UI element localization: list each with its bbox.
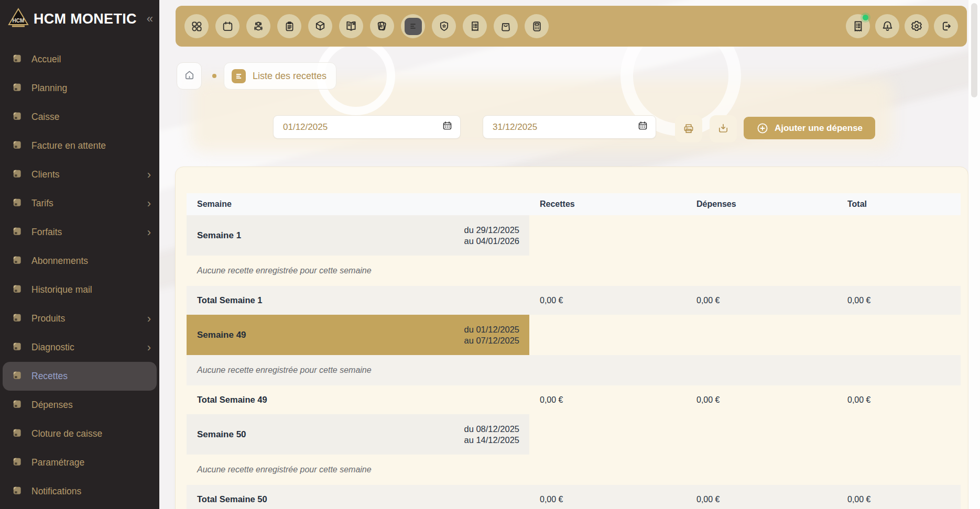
documents-icon-button[interactable] (401, 14, 425, 38)
print-button[interactable] (675, 115, 702, 142)
table-row-week[interactable]: Semaine 50 du 08/12/2025 au 14/12/2025 (187, 414, 961, 455)
app-logo: HCM (7, 7, 29, 30)
add-expense-button[interactable]: Ajouter une dépense (744, 117, 875, 139)
weeks-table: Semaine Recettes Dépenses Total Semaine … (187, 193, 961, 509)
download-button[interactable] (710, 115, 737, 142)
sidebar-item-historique-mail[interactable]: Historique mail (0, 275, 159, 304)
total-depenses-value: 0,00 € (686, 296, 837, 305)
cube-icon-button[interactable] (308, 14, 332, 38)
sidebar-item-label: Recettes (31, 371, 68, 382)
week-date-range: du 01/12/2025 au 07/12/2025 (464, 324, 519, 346)
date-from-field[interactable] (273, 115, 461, 139)
team-icon (252, 20, 265, 32)
breadcrumb-separator (212, 74, 216, 78)
clipboard-icon (284, 20, 296, 32)
cards-icon-button[interactable] (370, 14, 394, 38)
total-depenses-value: 0,00 € (686, 395, 837, 405)
scrollbar-thumb[interactable] (971, 3, 977, 97)
printer-icon (682, 123, 695, 135)
shopping-bag-icon-button[interactable] (494, 14, 518, 38)
sidebar-item-d-penses[interactable]: Dépenses (0, 391, 159, 419)
sidebar-item-label: Caisse (31, 112, 60, 123)
shield-star-icon (438, 20, 450, 32)
file-icon (12, 456, 23, 470)
bell-icon-button[interactable] (875, 14, 899, 38)
open-book-icon-button[interactable] (339, 14, 363, 38)
calendar-icon[interactable] (442, 120, 453, 134)
sidebar-item-forfaits[interactable]: Forfaits › (0, 218, 159, 247)
sidebar-collapse-icon[interactable]: « (147, 13, 153, 25)
table-header-row: Semaine Recettes Dépenses Total (187, 193, 961, 215)
breadcrumb-page-chip[interactable]: Liste des recettes (224, 62, 336, 90)
sidebar-item-facture-en-attente[interactable]: Facture en attente (0, 131, 159, 160)
calculator-icon-button[interactable] (525, 14, 549, 38)
sidebar-item-param-trage[interactable]: Paramétrage (0, 448, 159, 477)
table-row-week[interactable]: Semaine 49 du 01/12/2025 au 07/12/2025 (187, 315, 961, 355)
sidebar-item-tarifs[interactable]: Tarifs › (0, 189, 159, 218)
total-total-value: 0,00 € (837, 495, 961, 504)
table-row-empty-note: Aucune recette enregistrée pour cette se… (187, 355, 961, 385)
shield-star-icon-button[interactable] (432, 14, 456, 38)
gear-icon-button[interactable] (905, 14, 929, 38)
logout-icon-button[interactable] (934, 14, 958, 38)
page-scrollbar[interactable] (968, 0, 980, 509)
receipt-icon (469, 20, 481, 32)
add-expense-label: Ajouter une dépense (775, 123, 863, 134)
invoice-icon-button[interactable] (846, 14, 870, 38)
sidebar-item-cloture-de-caisse[interactable]: Cloture de caisse (0, 419, 159, 448)
week-label: Semaine 1 (197, 230, 241, 241)
sidebar: HCM HCM MONETIC « Accueil Planning (0, 0, 159, 509)
sidebar-item-label: Abonnements (31, 256, 88, 267)
documents-icon (405, 18, 422, 35)
receipt-icon-button[interactable] (463, 14, 487, 38)
breadcrumb-home-button[interactable] (177, 62, 202, 90)
apps-grid-icon-button[interactable] (184, 14, 209, 38)
topbar-left-icons (184, 14, 556, 38)
week-date-range: du 08/12/2025 au 14/12/2025 (464, 424, 519, 446)
total-recettes-value: 0,00 € (529, 296, 686, 305)
table-row-total: Total Semaine 1 0,00 € 0,00 € 0,00 € (187, 286, 961, 315)
total-label: Total Semaine 50 (187, 494, 529, 504)
sidebar-item-produits[interactable]: Produits › (0, 304, 159, 333)
sidebar-item-clients[interactable]: Clients › (0, 160, 159, 189)
cards-icon (376, 20, 388, 32)
app-title: HCM MONETIC (34, 11, 137, 27)
date-to-input[interactable] (493, 122, 637, 132)
calendar-icon-button[interactable] (215, 14, 239, 38)
total-label: Total Semaine 49 (187, 395, 529, 405)
week-cell: Semaine 50 du 08/12/2025 au 14/12/2025 (187, 414, 529, 455)
logout-icon (940, 20, 952, 32)
col-header-recettes: Recettes (529, 200, 686, 209)
file-icon (12, 341, 23, 355)
total-total-value: 0,00 € (837, 395, 961, 405)
file-icon (12, 312, 23, 326)
date-to-field[interactable] (483, 115, 656, 139)
open-book-icon (345, 20, 357, 32)
table-row-total: Total Semaine 50 0,00 € 0,00 € 0,00 € (187, 485, 961, 509)
sidebar-item-abonnements[interactable]: Abonnements (0, 247, 159, 275)
file-icon (12, 255, 23, 268)
sidebar-item-recettes[interactable]: Recettes (3, 362, 157, 391)
sidebar-item-label: Forfaits (31, 227, 62, 238)
sidebar-item-planning[interactable]: Planning (0, 74, 159, 103)
sidebar-item-label: Cloture de caisse (31, 428, 102, 439)
col-header-semaine: Semaine (187, 200, 529, 209)
sidebar-item-notifications[interactable]: Notifications (0, 477, 159, 506)
sidebar-item-caisse[interactable]: Caisse (0, 103, 159, 131)
sidebar-item-diagnostic[interactable]: Diagnostic › (0, 333, 159, 362)
file-icon (12, 197, 23, 211)
date-from-input[interactable] (283, 122, 442, 132)
table-row-empty-note: Aucune recette enregistrée pour cette se… (187, 256, 961, 286)
sidebar-item-accueil[interactable]: Accueil (0, 45, 159, 74)
table-row-week[interactable]: Semaine 1 du 29/12/2025 au 04/01/2026 (187, 215, 961, 256)
download-icon (717, 123, 729, 135)
total-label: Total Semaine 1 (187, 295, 529, 305)
clipboard-icon-button[interactable] (277, 14, 301, 38)
chevron-right-icon: › (147, 342, 151, 353)
apps-grid-icon (191, 20, 203, 32)
empty-note-text: Aucune recette enregistrée pour cette se… (187, 465, 961, 474)
calendar-icon[interactable] (637, 120, 648, 134)
gear-icon (910, 20, 923, 32)
sidebar-item-label: Historique mail (31, 284, 92, 295)
team-icon-button[interactable] (246, 14, 270, 38)
